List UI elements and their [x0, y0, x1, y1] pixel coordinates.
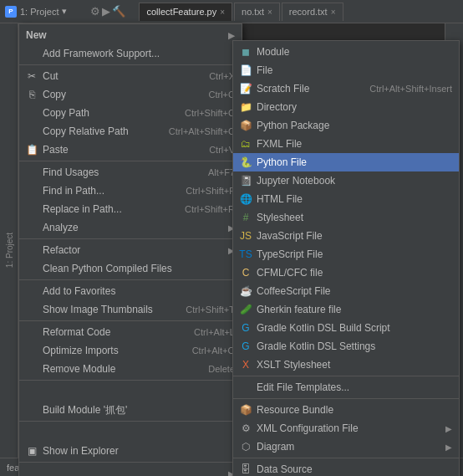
menu-right-xslt[interactable]: X XSLT Stylesheet: [233, 356, 459, 374]
menu-item-find-path[interactable]: Find in Path... Ctrl+Shift+F: [19, 182, 242, 200]
xml-icon: ⚙: [240, 422, 252, 434]
menu-new-arrow: ▶: [228, 31, 235, 40]
menu-right-xml-config[interactable]: ⚙ XML Configuration File ▶: [233, 419, 459, 438]
tab-recordtxt-label: record.txt: [289, 7, 328, 17]
menu-right-resource-bundle[interactable]: 📦 Resource Bundle: [233, 401, 459, 419]
menu-item-copy-path[interactable]: Copy Path Ctrl+Shift+C: [19, 104, 242, 122]
menu-right-gradle-build[interactable]: G Gradle Kotlin DSL Build Script: [233, 319, 459, 337]
tab-recordtxt-close[interactable]: ×: [331, 8, 336, 17]
tab-collectfeature[interactable]: collectFeature.py ×: [139, 3, 232, 21]
module-icon: ◼: [240, 46, 252, 58]
menu-item-copy[interactable]: ⎘ Copy Ctrl+C: [19, 85, 242, 104]
tab-notxt-close[interactable]: ×: [267, 8, 272, 17]
tab-collectfeature-label: collectFeature.py: [146, 7, 216, 17]
fxml-icon: 🗂: [240, 138, 252, 150]
menu-item-cut[interactable]: ✂ Cut Ctrl+X: [19, 67, 242, 85]
menu-right-jupyter[interactable]: 📓 Jupyter Notebook: [233, 171, 459, 190]
directory-icon: 📁: [240, 101, 252, 113]
menu-add-favorites-label: Add to Favorites: [43, 285, 115, 297]
tab-recordtxt[interactable]: record.txt ×: [282, 3, 343, 21]
editor-tabs: collectFeature.py × no.txt × record.txt …: [139, 3, 343, 21]
python-file-icon: 🐍: [240, 156, 252, 168]
menu-right-gradle-settings[interactable]: G Gradle Kotlin DSL Settings: [233, 337, 459, 356]
menu-right-js[interactable]: JS JavaScript File: [233, 227, 459, 245]
dropdown-icon[interactable]: ▾: [62, 6, 67, 17]
menu-right-file-label: File: [257, 64, 272, 76]
menu-right-fxml[interactable]: 🗂 FXML File: [233, 135, 459, 153]
tab-collectfeature-close[interactable]: ×: [220, 8, 225, 17]
gradle-build-icon: G: [240, 322, 252, 334]
stylesheet-icon: #: [240, 212, 252, 223]
menu-item-replace-in-path[interactable]: Replace in Path... Ctrl+Shift+R: [19, 200, 242, 218]
menu-cut-label: Cut: [43, 70, 59, 82]
menu-right-data-source[interactable]: 🗄 Data Source: [233, 460, 459, 476]
menu-right-diagram[interactable]: ⬡ Diagram ▶: [233, 438, 459, 456]
menu-replace-path-shortcut: Ctrl+Shift+R: [185, 204, 235, 214]
menu-reformat-shortcut: Ctrl+Alt+L: [194, 327, 235, 337]
menu-open-terminal-label: Show in Explorer: [43, 445, 119, 457]
menu-item-show-explorer[interactable]: [19, 423, 242, 442]
right-sep-1: [233, 376, 459, 376]
menu-right-python-file[interactable]: 🐍 Python File: [233, 153, 459, 171]
menu-right-stylesheet[interactable]: # Stylesheet: [233, 208, 459, 227]
menu-clean-label: Clean Python Compiled Files: [43, 263, 172, 274]
menu-item-analyze[interactable]: Analyze ▶: [19, 218, 242, 237]
separator-6: [19, 380, 242, 381]
menu-cut-shortcut: Ctrl+X: [209, 71, 235, 81]
menu-item-build-module[interactable]: [19, 382, 242, 401]
menu-right-edit-templates[interactable]: Edit File Templates...: [233, 378, 459, 397]
menu-right-module[interactable]: ◼ Module: [233, 43, 459, 61]
menu-right-html[interactable]: 🌐 HTML File: [233, 190, 459, 208]
menu-item-show-thumbnails[interactable]: Show Image Thumbnails Ctrl+Shift+T: [19, 300, 242, 319]
menu-right-cfml-label: CFML/CFC file: [257, 267, 323, 279]
tab-notxt-label: no.txt: [242, 7, 264, 17]
menu-right-directory[interactable]: 📁 Directory: [233, 98, 459, 116]
menu-right-stylesheet-label: Stylesheet: [257, 212, 303, 223]
menu-right-cfml[interactable]: C CFML/CFC file: [233, 264, 459, 282]
separator-3: [19, 238, 242, 239]
settings-icon[interactable]: ⚙: [90, 5, 100, 18]
menu-item-add-framework[interactable]: Add Framework Support...: [19, 44, 242, 63]
menu-right-gherkin[interactable]: 🥒 Gherkin feature file: [233, 300, 459, 319]
toolbar-icons: ⚙ ▶ 🔨: [90, 5, 125, 18]
menu-item-optimize[interactable]: Optimize Imports Ctrl+Alt+O: [19, 341, 242, 360]
menu-right-xslt-label: XSLT Stylesheet: [257, 359, 330, 371]
menu-right-module-label: Module: [257, 46, 289, 58]
menu-item-rebuild-module[interactable]: Build Module '抓包': [19, 401, 242, 419]
separator-7: [19, 421, 242, 422]
menu-right-file[interactable]: 📄 File: [233, 61, 459, 79]
tab-notxt[interactable]: no.txt ×: [234, 3, 280, 21]
separator-4: [19, 279, 242, 280]
menu-item-clean-compiled[interactable]: Clean Python Compiled Files: [19, 259, 242, 278]
menu-find-path-shortcut: Ctrl+Shift+F: [186, 186, 235, 196]
right-sep-3: [233, 458, 459, 458]
menu-right-coffee[interactable]: ☕ CoffeeScript File: [233, 282, 459, 300]
menu-paste-label: Paste: [43, 144, 69, 156]
menu-right-gherkin-label: Gherkin feature file: [257, 304, 341, 315]
menu-right-diagram-arrow: ▶: [445, 443, 452, 452]
right-sep-2: [233, 398, 459, 399]
menu-right-scratch-label: Scratch File: [257, 83, 309, 95]
menu-show-thumbnails-label: Show Image Thumbnails: [43, 304, 153, 315]
menu-item-open-terminal[interactable]: ▣ Show in Explorer: [19, 442, 242, 460]
menu-right-ts[interactable]: TS TypeScript File: [233, 245, 459, 264]
terminal-icon: ▣: [26, 445, 38, 457]
menu-item-copy-rel-path[interactable]: Copy Relative Path Ctrl+Alt+Shift+C: [19, 122, 242, 141]
menu-right-scratch[interactable]: 📝 Scratch File Ctrl+Alt+Shift+Insert: [233, 79, 459, 98]
menu-right-python-package[interactable]: 📦 Python Package: [233, 116, 459, 135]
menu-show-thumbnails-shortcut: Ctrl+Shift+T: [186, 305, 235, 315]
run-icon[interactable]: ▶: [102, 5, 110, 18]
menu-item-add-favorites[interactable]: Add to Favorites: [19, 282, 242, 300]
js-icon: JS: [240, 230, 252, 242]
menu-item-find-usages[interactable]: Find Usages Alt+F7: [19, 163, 242, 182]
menu-item-local-history[interactable]: ▶: [19, 464, 242, 476]
menu-item-reformat[interactable]: Reformat Code Ctrl+Alt+L: [19, 323, 242, 341]
build-icon[interactable]: 🔨: [112, 5, 125, 18]
cfml-icon: C: [240, 267, 252, 279]
menu-item-new[interactable]: New ▶: [19, 26, 242, 44]
menu-item-remove-module[interactable]: Remove Module Delete: [19, 360, 242, 378]
menu-item-refactor[interactable]: Refactor ▶: [19, 241, 242, 259]
menu-item-paste[interactable]: 📋 Paste Ctrl+V: [19, 141, 242, 159]
python-package-icon: 📦: [240, 120, 252, 131]
coffee-icon: ☕: [240, 285, 252, 297]
